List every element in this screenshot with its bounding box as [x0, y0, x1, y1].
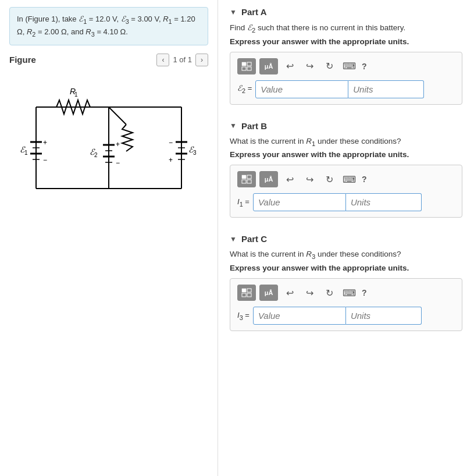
matrix-button-b[interactable] — [237, 171, 256, 187]
svg-rect-34 — [247, 293, 251, 297]
keyboard-button-c[interactable]: ⌨ — [341, 285, 357, 301]
left-panel: In (Figure 1), take ℰ1 = 12.0 V, ℰ3 = 3.… — [0, 0, 218, 476]
part-b-input-row: I1 = — [237, 193, 455, 211]
part-c-instruction: Express your answer with the appropriate… — [230, 264, 462, 272]
e1-minus: − — [43, 156, 47, 164]
part-c-label: Part C — [241, 234, 267, 244]
part-b-label: Part B — [241, 121, 267, 131]
part-b-collapse[interactable]: ▼ — [230, 122, 237, 130]
matrix-button-a[interactable] — [237, 58, 256, 74]
r1-subscript: 1 — [74, 91, 78, 98]
part-a-toolbar: μÅ ↩ ↪ ↻ ⌨ ? — [237, 58, 455, 74]
e2-plus: + — [116, 140, 120, 148]
part-a-input-label: ℰ2 = — [237, 84, 252, 94]
mu-button-c[interactable]: μÅ — [259, 285, 278, 301]
part-c-section: ▼ Part C What is the current in R3 under… — [230, 234, 462, 331]
redo-button-c[interactable]: ↪ — [301, 285, 318, 301]
e1-subscript: 1 — [24, 150, 28, 156]
figure-page: 1 of 1 — [173, 55, 192, 64]
part-c-input-row: I3 = — [237, 307, 455, 325]
svg-rect-30 — [247, 180, 251, 183]
part-c-input-label: I3 = — [237, 311, 250, 321]
e2-subscript: 2 — [94, 152, 98, 158]
part-b-question: What is the current in R1 under these co… — [230, 137, 462, 147]
part-c-collapse[interactable]: ▼ — [230, 235, 237, 243]
refresh-button-a[interactable]: ↻ — [321, 58, 337, 74]
redo-button-a[interactable]: ↪ — [301, 58, 318, 74]
keyboard-button-a[interactable]: ⌨ — [341, 58, 357, 74]
part-c-header: ▼ Part C — [230, 234, 462, 244]
matrix-button-c[interactable] — [237, 285, 256, 301]
part-a-instruction: Express your answer with the appropriate… — [230, 37, 462, 46]
svg-rect-32 — [247, 289, 251, 292]
svg-rect-27 — [242, 175, 246, 179]
part-a-section: ▼ Part A Find ℰ2 such that there is no c… — [230, 7, 462, 105]
part-c-toolbar: μÅ ↩ ↪ ↻ ⌨ ? — [237, 285, 455, 301]
e3-minus: − — [169, 138, 173, 147]
refresh-button-b[interactable]: ↻ — [321, 171, 337, 187]
part-a-collapse[interactable]: ▼ — [230, 8, 237, 16]
part-b-toolbar: μÅ ↩ ↪ ↻ ⌨ ? — [237, 171, 455, 187]
figure-nav: ‹ 1 of 1 › — [156, 54, 208, 66]
e1-plus: + — [43, 138, 47, 147]
prev-figure-button[interactable]: ‹ — [156, 54, 169, 66]
e3-subscript: 3 — [193, 150, 197, 156]
part-b-answer-box: μÅ ↩ ↪ ↻ ⌨ ? I1 = — [230, 165, 462, 218]
part-c-value-input[interactable] — [253, 307, 346, 325]
part-b-input-label: I1 = — [237, 197, 250, 208]
next-figure-button[interactable]: › — [195, 54, 208, 66]
svg-rect-28 — [247, 175, 251, 179]
circuit-svg: R 1 + − ℰ 2 — [19, 78, 199, 218]
help-button-c[interactable]: ? — [362, 288, 367, 297]
help-button-a[interactable]: ? — [362, 62, 367, 71]
refresh-button-c[interactable]: ↻ — [321, 285, 337, 301]
svg-rect-31 — [242, 289, 246, 292]
part-a-answer-box: μÅ ↩ ↪ ↻ ⌨ ? ℰ2 = — [230, 52, 462, 105]
e3-plus: + — [169, 156, 173, 164]
svg-rect-33 — [242, 293, 246, 297]
svg-rect-24 — [247, 62, 251, 66]
right-panel: ▼ Part A Find ℰ2 such that there is no c… — [218, 0, 474, 476]
svg-rect-23 — [242, 62, 246, 66]
part-b-value-input[interactable] — [253, 193, 346, 211]
undo-button-a[interactable]: ↩ — [281, 58, 298, 74]
undo-button-c[interactable]: ↩ — [281, 285, 298, 301]
part-c-units-input[interactable] — [346, 307, 422, 325]
part-c-question: What is the current in R3 under these co… — [230, 250, 462, 260]
problem-statement: In (Figure 1), take ℰ1 = 12.0 V, ℰ3 = 3.… — [9, 7, 208, 45]
part-a-value-input[interactable] — [255, 80, 348, 98]
svg-rect-29 — [242, 180, 246, 183]
circuit-diagram: R 1 + − ℰ 2 — [9, 72, 208, 223]
figure-header: Figure ‹ 1 of 1 › — [9, 54, 208, 66]
part-b-section: ▼ Part B What is the current in R1 under… — [230, 121, 462, 218]
svg-rect-25 — [242, 67, 246, 70]
part-b-instruction: Express your answer with the appropriate… — [230, 150, 462, 159]
part-c-answer-box: μÅ ↩ ↪ ↻ ⌨ ? I3 = — [230, 278, 462, 331]
redo-button-b[interactable]: ↪ — [301, 171, 318, 187]
part-b-units-input[interactable] — [346, 193, 422, 211]
help-button-b[interactable]: ? — [362, 175, 367, 184]
part-a-input-row: ℰ2 = — [237, 80, 455, 98]
undo-button-b[interactable]: ↩ — [281, 171, 298, 187]
mu-button-b[interactable]: μÅ — [259, 171, 278, 187]
part-a-units-input[interactable] — [348, 80, 424, 98]
part-a-label: Part A — [241, 7, 267, 17]
figure-label: Figure — [9, 55, 36, 65]
part-a-question: Find ℰ2 such that there is no current in… — [230, 23, 462, 34]
svg-line-13 — [109, 107, 126, 125]
mu-button-a[interactable]: μÅ — [259, 58, 278, 74]
e2-minus: − — [116, 159, 120, 167]
svg-rect-26 — [247, 67, 251, 70]
part-a-header: ▼ Part A — [230, 7, 462, 17]
keyboard-button-b[interactable]: ⌨ — [341, 171, 357, 187]
part-b-header: ▼ Part B — [230, 121, 462, 131]
